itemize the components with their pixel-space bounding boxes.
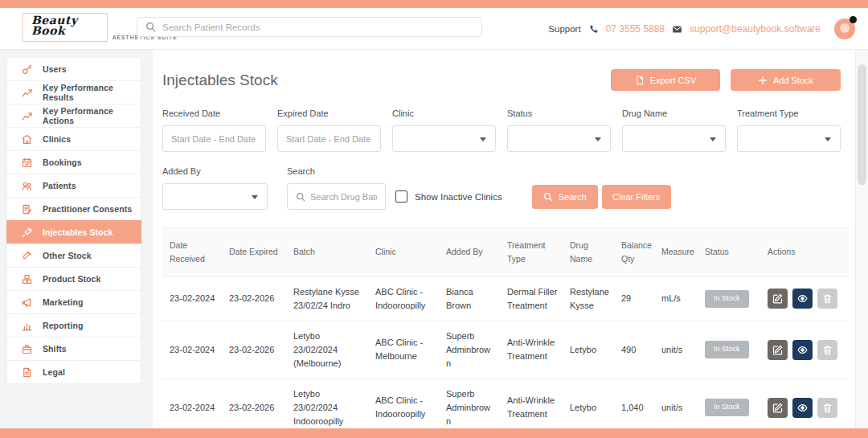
treatment-type-select[interactable] — [737, 125, 841, 152]
column-header: Balance Qty — [614, 228, 654, 277]
sidebar-item-injectables-stock[interactable]: Injectables Stock — [6, 220, 141, 244]
added-by-select[interactable] — [162, 183, 268, 210]
clinic-select[interactable] — [392, 125, 496, 152]
export-csv-button[interactable]: Export CSV — [611, 69, 720, 91]
page-scrollbar[interactable] — [855, 8, 868, 438]
sidebar-item-label: Shifts — [43, 344, 67, 354]
clinic-building-icon — [22, 134, 32, 145]
expired-date-field[interactable] — [277, 125, 381, 152]
show-inactive-label: Show Inactive Clinics — [415, 192, 502, 202]
key-icon — [22, 64, 32, 75]
sidebar-item-legal[interactable]: Legal — [6, 360, 141, 384]
show-inactive-checkbox[interactable] — [395, 190, 407, 203]
add-stock-button[interactable]: Add Stock — [731, 69, 841, 91]
cell-added-by: Superb Adminbrown — [439, 321, 500, 379]
cell-measure: mL/s — [654, 276, 698, 321]
received-date-input[interactable] — [171, 134, 257, 144]
eye-icon — [797, 345, 808, 355]
sidebar-item-label: Bookings — [43, 158, 82, 167]
sidebar-item-users[interactable]: Users — [6, 57, 141, 81]
sidebar-item-label: Users — [43, 64, 67, 74]
column-header: Batch — [286, 228, 368, 277]
trend-chart-icon — [22, 88, 32, 98]
envelope-icon — [672, 24, 682, 35]
sidebar-item-marketing[interactable]: Marketing — [6, 290, 141, 314]
column-header: Measure — [654, 228, 698, 277]
search-icon — [296, 192, 305, 202]
sidebar-item-label: Reporting — [43, 321, 83, 330]
view-button[interactable] — [792, 340, 813, 360]
eye-icon — [797, 293, 808, 304]
cell-treatment-type: Anti-Wrinkle Treatment — [500, 321, 563, 379]
cell-measure: unit/s — [654, 321, 698, 379]
notification-dot — [850, 16, 857, 23]
cell-drug-name: Restylane Kysse — [563, 276, 614, 321]
top-accent-bar — [0, 0, 868, 8]
cell-date-expired: 23-02-2026 — [222, 321, 286, 379]
batch-search-label: Search — [287, 166, 386, 176]
clinic-label: Clinic — [392, 108, 496, 118]
cell-clinic: ABC Clinic - Melbourne — [368, 321, 439, 379]
received-date-field[interactable] — [162, 125, 266, 152]
trend-chart-icon — [22, 111, 32, 121]
sidebar-item-shifts[interactable]: Shifts — [6, 337, 141, 361]
status-badge: In Stock — [705, 399, 749, 416]
edit-button[interactable] — [768, 340, 788, 360]
sidebar-item-key-performance-actions[interactable]: Key Performance Actions — [6, 104, 141, 128]
cell-treatment-type: Dermal Filler Treatment — [500, 276, 563, 321]
consent-document-icon — [22, 204, 32, 215]
delete-button[interactable] — [817, 289, 837, 309]
support-label: Support — [548, 24, 580, 34]
column-header: Drug Name — [563, 228, 614, 277]
status-badge: In Stock — [705, 290, 749, 308]
edit-button[interactable] — [768, 398, 788, 418]
cell-clinic: ABC Clinic - Indooroopilly — [368, 276, 439, 321]
cell-drug-name: Letybo — [563, 321, 614, 379]
edit-button[interactable] — [768, 289, 788, 309]
sidebar-item-reporting[interactable]: Reporting — [6, 313, 141, 338]
sidebar-item-other-stock[interactable]: Other Stock — [6, 244, 141, 268]
patient-search-input[interactable] — [162, 23, 473, 32]
cell-date-received: 23-02-2024 — [162, 276, 222, 321]
clear-filters-button[interactable]: Clear Filters — [602, 185, 671, 209]
patient-search-box[interactable] — [137, 17, 482, 37]
sidebar-item-clinics[interactable]: Clinics — [6, 127, 141, 151]
cell-added-by: Bianca Brown — [439, 276, 500, 321]
cell-balance-qty: 29 — [614, 276, 654, 321]
delete-button[interactable] — [817, 340, 837, 360]
trash-icon — [822, 403, 833, 413]
support-email-link[interactable]: support@beautybook.software — [690, 23, 821, 35]
sidebar-item-label: Practitioner Consents — [43, 204, 132, 214]
stock-table: Date ReceivedDate ExpiredBatchClinicAdde… — [162, 227, 841, 438]
sidebar-item-bookings[interactable]: Bookings — [6, 150, 141, 174]
column-header: Clinic — [368, 228, 439, 277]
batch-search-input[interactable] — [310, 192, 377, 202]
drug-name-select[interactable] — [622, 125, 726, 152]
sidebar-item-label: Injectables Stock — [43, 227, 113, 237]
sidebar-item-practitioner-consents[interactable]: Practitioner Consents — [6, 197, 141, 221]
user-avatar[interactable] — [834, 18, 855, 39]
brand-name-line2: Book — [31, 26, 107, 36]
scrollbar-thumb[interactable] — [858, 64, 866, 185]
status-select[interactable] — [507, 125, 611, 152]
support-phone-link[interactable]: 07 3555 5888 — [606, 23, 665, 35]
page-title: Injectables Stock — [162, 72, 278, 89]
filter-search-button[interactable]: Search — [532, 185, 598, 209]
expired-date-input[interactable] — [286, 134, 372, 144]
batch-search-field[interactable] — [287, 183, 386, 210]
sidebar-item-patients[interactable]: Patients — [6, 174, 141, 198]
sidebar-item-product-stock[interactable]: Product Stock — [6, 267, 141, 291]
sidebar-item-label: Key Performance Results — [43, 83, 141, 102]
status-label: Status — [507, 108, 611, 118]
sidebar-item-key-performance-results[interactable]: Key Performance Results — [6, 80, 141, 104]
bar-chart-icon — [22, 321, 32, 331]
column-header: Actions — [760, 228, 849, 277]
brand-logo[interactable]: Beauty Book — [23, 13, 108, 42]
view-button[interactable] — [792, 289, 813, 309]
view-button[interactable] — [792, 398, 813, 418]
plus-icon — [758, 76, 768, 85]
file-icon — [635, 76, 645, 85]
sidebar-item-label: Patients — [43, 181, 76, 190]
phone-icon — [588, 24, 599, 35]
delete-button[interactable] — [817, 398, 837, 418]
